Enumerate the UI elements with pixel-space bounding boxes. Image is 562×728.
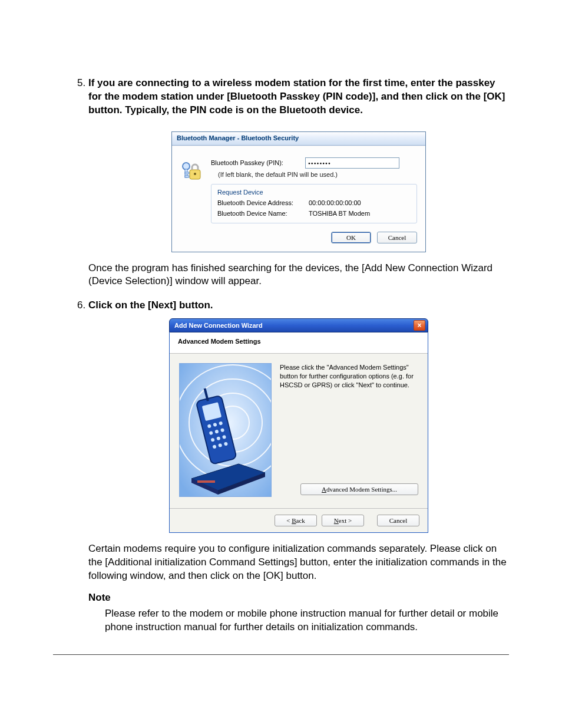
svg-point-2	[183, 163, 190, 170]
wizard-illustration	[179, 363, 272, 497]
dialog2-titlebar: Add New Connection Wizard ×	[169, 318, 428, 332]
cancel-button[interactable]: Cancel	[377, 232, 417, 243]
passkey-label: Bluetooth Passkey (PIN):	[211, 159, 299, 167]
request-device-group: Request Device Bluetooth Device Address:…	[211, 184, 417, 223]
back-button[interactable]: < Back	[275, 515, 317, 526]
note-heading: Note	[88, 591, 509, 605]
key-lock-icon	[180, 158, 204, 184]
group-legend: Request Device	[215, 188, 266, 197]
cancel-button-2[interactable]: Cancel	[377, 515, 419, 526]
dialog1-title: Bluetooth Manager - Bluetooth Security	[177, 134, 299, 143]
close-icon[interactable]: ×	[414, 320, 425, 331]
passkey-hint: (If left blank, the default PIN will be …	[218, 170, 417, 179]
footer-divider	[53, 654, 509, 655]
passkey-input[interactable]	[305, 157, 399, 169]
device-address-value: 00:00:00:00:00:00	[309, 199, 361, 207]
step-5-after: Once the program has finished searching …	[88, 262, 509, 289]
add-connection-wizard-dialog: Add New Connection Wizard × Advanced Mod…	[169, 318, 428, 533]
svg-rect-4	[185, 172, 189, 174]
bluetooth-security-dialog: Bluetooth Manager - Bluetooth Security	[171, 131, 426, 252]
ok-button[interactable]: OK	[331, 232, 371, 243]
dialog2-body-text: Please click the "Advanced Modem Setting…	[280, 363, 418, 390]
device-name-label: Bluetooth Device Name:	[217, 209, 303, 218]
dialog1-titlebar: Bluetooth Manager - Bluetooth Security	[172, 132, 425, 146]
svg-rect-5	[185, 176, 189, 177]
step-5: If you are connecting to a wireless mode…	[88, 77, 509, 288]
dialog2-title: Add New Connection Wizard	[174, 321, 263, 330]
advanced-modem-settings-button[interactable]: Advanced Modem Settings...	[300, 483, 418, 495]
device-name-value: TOSHIBA BT Modem	[309, 209, 370, 218]
step-6-after: Certain modems require you to configure …	[88, 542, 509, 583]
step-5-head: If you are connecting to a wireless mode…	[88, 77, 509, 117]
note-body: Please refer to the modem or mobile phon…	[88, 607, 509, 634]
device-address-label: Bluetooth Device Address:	[217, 199, 303, 207]
svg-point-1	[194, 173, 196, 175]
step-6-head: Click on the [Next] button.	[88, 299, 509, 312]
step-6: Click on the [Next] button. Add New Conn…	[88, 299, 509, 634]
svg-rect-14	[197, 480, 215, 483]
next-button[interactable]: Next >	[322, 515, 364, 526]
dialog2-subtitle: Advanced Modem Settings	[170, 332, 428, 354]
